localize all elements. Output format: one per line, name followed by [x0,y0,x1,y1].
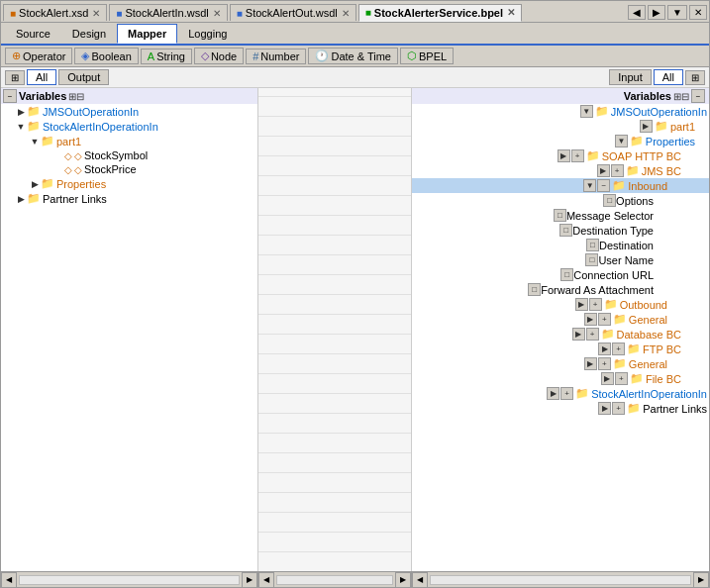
r-general-add[interactable]: + [598,313,611,326]
mid-scroll-right[interactable]: ▶ [395,572,411,588]
expand-all-btn-left[interactable]: ⊞ [5,70,25,85]
r-tree-outbound[interactable]: ▶ + 📁 Outbound [412,297,709,312]
tab-stockalert-xsd[interactable]: ■ StockAlert.xsd ✕ [3,4,107,21]
number-btn[interactable]: # Number [246,49,306,64]
r-tree-general2[interactable]: ▶ + 📁 General [412,356,709,371]
r-tree-general[interactable]: ▶ + 📁 General [412,312,709,327]
r-inbound-add[interactable]: − [597,179,610,192]
bpel-toolbar-btn[interactable]: ⬡ BPEL [400,48,454,64]
node-btn[interactable]: ◇ Node [194,48,244,64]
all-tab-right[interactable]: All [654,69,683,85]
right-scroll-track[interactable] [430,575,691,585]
r-ftpbc-add[interactable]: + [612,343,625,355]
r-tree-username[interactable]: □ User Name [412,252,709,267]
r-tree-soaphttpbc[interactable]: ▶ + 📁 SOAP HTTP BC [412,148,709,163]
operator-btn[interactable]: ⊕ Operator [5,48,72,64]
r-tree-jmsout[interactable]: ▼ 📁 JMSOutOperationIn [412,104,709,119]
tree-node-partnerlinks-left[interactable]: ▶ 📁 Partner Links [1,191,257,206]
r-jmsbc-expand[interactable]: ▶ [597,164,610,177]
left-scroll-right[interactable]: ▶ [242,572,257,588]
r-username-ctrl[interactable]: □ [585,253,598,266]
right-scroll-left[interactable]: ◀ [412,572,428,588]
tree-node-stockprice[interactable]: ▶ ◇ ◇ StockPrice [1,162,257,176]
tab-nav-close[interactable]: ✕ [689,5,707,20]
r-jmsbc-add[interactable]: + [611,164,624,177]
r-stockalertinop-add[interactable]: + [560,387,573,400]
tab-nav-dropdown[interactable]: ▼ [667,5,687,20]
r-stockalertinop-expand[interactable]: ▶ [547,387,559,400]
r-tree-properties[interactable]: ▼ 📁 Properties [412,134,709,148]
tree-node-jmsout[interactable]: ▶ 📁 JMSOutOperationIn [1,104,257,119]
r-general-expand[interactable]: ▶ [584,313,597,326]
r-tree-stockalertinop[interactable]: ▶ + 📁 StockAlertInOperationIn [412,386,709,401]
string-btn[interactable]: A String [141,49,192,64]
r-tree-options[interactable]: □ Options [412,193,709,208]
r-ftpbc-expand[interactable]: ▶ [598,343,611,355]
tab-stockalerterservice-bpel[interactable]: ■ StockAlerterService.bpel ✕ [358,4,522,22]
r-tree-dest[interactable]: □ Destination [412,238,709,252]
collapse-vars-btn-right[interactable]: − [691,89,705,103]
right-scroll-right[interactable]: ▶ [693,572,709,588]
r-filebc-add[interactable]: + [615,372,628,385]
r-soaphttpbc-expand[interactable]: ▶ [558,149,570,162]
r-databasebc-add[interactable]: + [586,328,599,341]
input-tab-right[interactable]: Input [609,69,651,85]
r-tree-partnerlinks[interactable]: ▶ + 📁 Partner Links [412,401,709,416]
tab-stockalertin-wsdl[interactable]: ■ StockAlertIn.wsdl ✕ [109,4,227,21]
r-tree-filebc[interactable]: ▶ + 📁 File BC [412,371,709,386]
r-general2-add[interactable]: + [598,357,611,370]
tree-node-stockalertin[interactable]: ▼ 📁 StockAlertInOperationIn [1,119,257,134]
r-part1-expand[interactable]: ▶ [640,120,653,133]
tree-node-stocksymbol[interactable]: ▶ ◇ ◇ StockSymbol [1,148,257,162]
close-tab-2[interactable]: ✕ [342,8,350,19]
r-fwdattach-ctrl[interactable]: □ [528,283,541,296]
tab-design[interactable]: Design [61,24,117,44]
mid-scroll-left[interactable]: ◀ [258,572,274,588]
mapping-canvas[interactable] [258,88,411,571]
close-tab-3[interactable]: ✕ [507,7,515,18]
toggle-properties-left[interactable]: ▶ [29,179,41,189]
r-dest-ctrl[interactable]: □ [586,239,599,251]
tab-source[interactable]: Source [5,24,61,44]
toggle-stockalertin[interactable]: ▼ [15,122,27,132]
collapse-vars-btn[interactable]: − [3,89,17,103]
r-jmsout-expand[interactable]: ▼ [580,105,593,118]
toggle-part1[interactable]: ▼ [29,137,41,147]
r-outbound-expand[interactable]: ▶ [575,298,588,311]
tab-nav-left[interactable]: ◀ [628,5,646,20]
r-tree-desttype[interactable]: □ Destination Type [412,223,709,238]
output-tab-left[interactable]: Output [58,69,109,85]
tab-mapper[interactable]: Mapper [117,24,177,44]
mid-scroll-track[interactable] [276,575,393,585]
close-tab-1[interactable]: ✕ [213,8,221,19]
r-general2-expand[interactable]: ▶ [584,357,597,370]
r-tree-jmsbc[interactable]: ▶ + 📁 JMS BC [412,163,709,178]
close-tab-0[interactable]: ✕ [92,8,100,19]
toggle-jmsout[interactable]: ▶ [15,107,27,117]
r-tree-inbound[interactable]: ▼ − 📁 Inbound [412,178,709,193]
r-partnerlinks-expand[interactable]: ▶ [598,402,611,415]
r-databasebc-expand[interactable]: ▶ [572,328,585,341]
r-tree-part1[interactable]: ▶ 📁 part1 [412,119,709,134]
r-properties-expand[interactable]: ▼ [615,135,628,147]
r-tree-fwdattach[interactable]: □ Forward As Attachment [412,282,709,297]
tree-node-properties-left[interactable]: ▶ 📁 Properties [1,176,257,191]
r-msgselector-ctrl[interactable]: □ [554,209,566,222]
r-desttype-ctrl[interactable]: □ [559,224,572,237]
r-inbound-expand[interactable]: ▼ [583,179,596,192]
r-tree-databasebc[interactable]: ▶ + 📁 Database BC [412,327,709,342]
r-connurl-ctrl[interactable]: □ [560,268,573,281]
left-scroll-left[interactable]: ◀ [1,572,17,588]
r-options-ctrl[interactable]: □ [603,194,616,207]
toggle-partnerlinks-left[interactable]: ▶ [15,194,27,204]
r-tree-ftpbc[interactable]: ▶ + 📁 FTP BC [412,342,709,356]
all-tab-left[interactable]: All [27,69,56,85]
left-scroll-track[interactable] [19,575,240,585]
r-filebc-expand[interactable]: ▶ [601,372,614,385]
r-outbound-add[interactable]: + [589,298,602,311]
r-tree-msgselector[interactable]: □ Message Selector [412,208,709,223]
tab-stockalertout-wsdl[interactable]: ■ StockAlertOut.wsdl ✕ [230,4,356,21]
r-soaphttpbc-add[interactable]: + [571,149,584,162]
r-partnerlinks-add[interactable]: + [612,402,625,415]
expand-all-btn-right[interactable]: ⊞ [685,70,705,85]
